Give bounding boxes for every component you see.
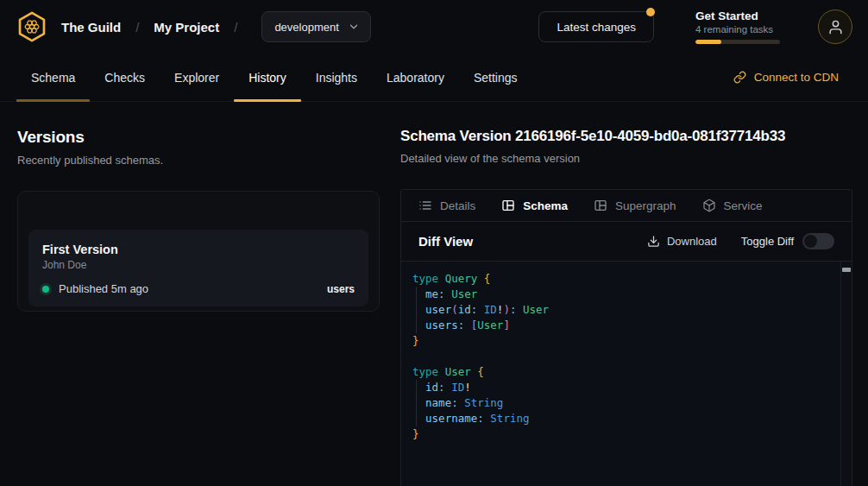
tab-checks[interactable]: Checks: [90, 54, 160, 101]
versions-card: First Version John Doe Published 5m ago …: [17, 191, 380, 312]
tab-history[interactable]: History: [234, 54, 301, 101]
switch-knob: [804, 235, 817, 248]
diff-actions: Download Toggle Diff: [647, 233, 834, 249]
get-started-progress: [695, 40, 780, 44]
diff-toolbar: Diff View Download Toggle Diff: [401, 222, 852, 262]
toggle-diff-label: Toggle Diff: [741, 235, 794, 248]
download-icon: [647, 235, 660, 248]
versions-column: Versions Recently published schemas. Fir…: [17, 128, 380, 486]
versions-subtitle: Recently published schemas.: [17, 154, 380, 167]
hive-logo-icon[interactable]: [16, 10, 48, 43]
breadcrumb-project[interactable]: My Project: [154, 20, 219, 35]
schema-code-viewer[interactable]: type Query { me: User user(id: ID!): Use…: [401, 262, 852, 486]
schema-version-title: Schema Version 2166196f-5e10-4059-bd0a-0…: [400, 128, 852, 145]
code-line: name: String: [412, 395, 831, 411]
breadcrumb: The Guild / My Project /: [61, 20, 237, 35]
target-selector-value: development: [274, 21, 338, 34]
app-header: The Guild / My Project / development Lat…: [0, 0, 868, 54]
target-selector[interactable]: development: [261, 11, 370, 42]
get-started-title: Get Started: [695, 9, 780, 22]
version-service-badge: users: [327, 283, 355, 295]
breadcrumb-org[interactable]: The Guild: [61, 20, 121, 35]
get-started-progress-fill: [695, 40, 721, 44]
columns-icon: [594, 199, 607, 212]
code-line: }: [412, 333, 831, 349]
notification-dot: [646, 8, 655, 16]
published-status-icon: [42, 286, 49, 293]
panel-tab-label: Schema: [523, 199, 568, 212]
code-scrollbar-thumb[interactable]: [842, 268, 851, 272]
panel-tab-supergraph[interactable]: Supergraph: [594, 199, 676, 212]
download-label: Download: [667, 235, 717, 248]
tab-laboratory[interactable]: Laboratory: [372, 54, 459, 101]
toggle-diff-switch[interactable]: [802, 233, 834, 249]
columns-icon: [501, 199, 515, 212]
main-nav: Schema Checks Explorer History Insights …: [0, 54, 868, 102]
panel-tabs: Details Schema Sup: [401, 190, 852, 222]
panel-tab-schema[interactable]: Schema: [501, 199, 568, 212]
latest-changes-label: Latest changes: [557, 21, 636, 34]
connect-cdn-label: Connect to CDN: [754, 71, 839, 84]
schema-version-subtitle: Detailed view of the schema version: [400, 152, 852, 165]
schema-version-column: Schema Version 2166196f-5e10-4059-bd0a-0…: [400, 128, 852, 486]
diff-view-title: Diff View: [418, 234, 473, 249]
code-line: }: [412, 426, 831, 442]
code-lines: type Query { me: User user(id: ID!): Use…: [412, 271, 831, 442]
tab-settings[interactable]: Settings: [459, 54, 532, 101]
code-line: type Query {: [412, 271, 831, 287]
code-line: user(id: ID!): User: [412, 302, 831, 318]
panel-tab-service[interactable]: Service: [702, 199, 763, 212]
user-icon: [827, 19, 844, 35]
user-avatar[interactable]: [818, 9, 852, 44]
connect-cdn-link[interactable]: Connect to CDN: [733, 54, 839, 101]
code-scrollbar[interactable]: [840, 262, 852, 486]
panel-tab-label: Supergraph: [615, 199, 676, 212]
panel-tab-label: Details: [440, 199, 475, 212]
code-line: username: String: [412, 411, 831, 426]
version-status-row: Published 5m ago users: [42, 282, 355, 295]
download-button[interactable]: Download: [647, 235, 717, 248]
schema-version-panel: Details Schema Sup: [400, 189, 852, 486]
code-line: me: User: [412, 287, 831, 302]
version-status: Published 5m ago: [59, 282, 148, 295]
version-name: First Version: [42, 243, 355, 256]
tab-insights[interactable]: Insights: [301, 54, 372, 101]
tab-explorer[interactable]: Explorer: [160, 54, 234, 101]
list-icon: [418, 199, 432, 212]
chevron-down-icon: [348, 21, 360, 33]
code-line: users: [User]: [412, 318, 831, 333]
cube-icon: [702, 199, 716, 212]
panel-tab-label: Service: [724, 199, 763, 212]
breadcrumb-separator: /: [234, 20, 237, 35]
tab-schema[interactable]: Schema: [16, 54, 90, 101]
code-line: [412, 349, 831, 364]
code-line: type User {: [412, 364, 831, 380]
main-content: Versions Recently published schemas. Fir…: [0, 102, 868, 486]
breadcrumb-separator: /: [135, 20, 139, 35]
link-icon: [733, 71, 746, 84]
version-author: John Doe: [42, 259, 355, 271]
get-started-widget[interactable]: Get Started 4 remaining tasks: [695, 9, 780, 44]
versions-title: Versions: [17, 128, 380, 147]
latest-changes-button[interactable]: Latest changes: [538, 11, 654, 42]
toggle-diff-control: Toggle Diff: [741, 233, 834, 249]
code-line: id: ID!: [412, 380, 831, 395]
version-list-item[interactable]: First Version John Doe Published 5m ago …: [28, 230, 368, 306]
get-started-subtitle: 4 remaining tasks: [695, 24, 780, 35]
panel-tab-details[interactable]: Details: [418, 199, 475, 212]
